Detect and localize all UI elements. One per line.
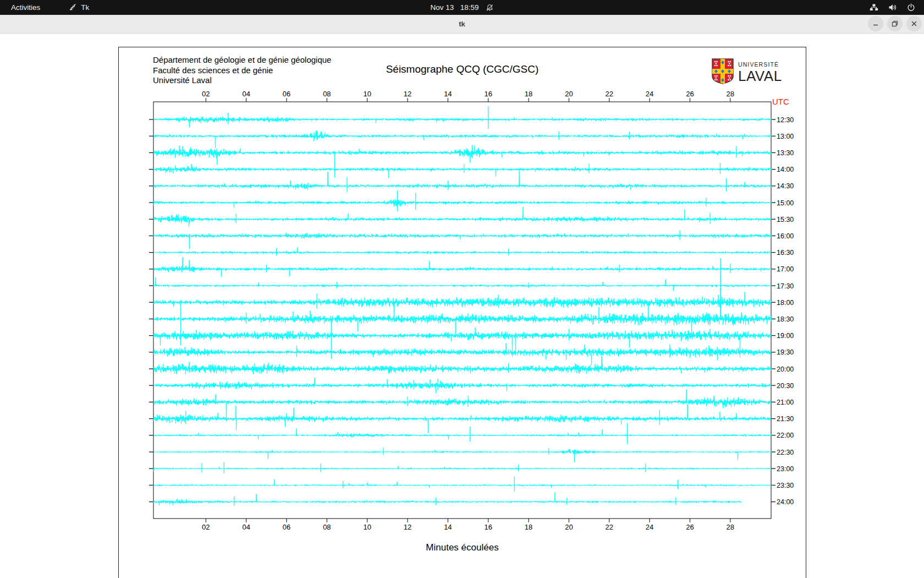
x-tick-label-top: 10 — [363, 90, 371, 98]
x-tick-label-bottom: 28 — [727, 523, 734, 531]
seismogram-plot: 0202040406060808101012121414161618182020… — [119, 47, 806, 578]
x-tick-label-top: 02 — [202, 90, 210, 98]
window-content: Département de géologie et de génie géol… — [0, 34, 924, 578]
seismograph-page: Département de géologie et de génie géol… — [118, 47, 806, 578]
row-time-label: 18:30 — [777, 315, 794, 323]
row-time-label: 15:00 — [777, 199, 794, 207]
x-tick-label-top: 18 — [525, 90, 532, 98]
plot-frame — [153, 102, 771, 519]
row-time-label: 14:00 — [777, 166, 794, 173]
trace-row — [153, 389, 772, 421]
network-icon — [870, 3, 878, 12]
x-tick-label-top: 08 — [323, 90, 331, 98]
row-time-label: 21:30 — [777, 415, 794, 423]
x-tick-label-bottom: 16 — [484, 523, 492, 531]
trace-row — [153, 449, 772, 462]
trace-row — [153, 479, 772, 488]
desktop: Activities Tk Nov 13 18:5 — [0, 0, 924, 578]
gnome-top-bar: Activities Tk Nov 13 18:5 — [0, 0, 924, 15]
x-tick-label-top: 14 — [444, 90, 452, 98]
maximize-button[interactable] — [887, 16, 903, 31]
row-time-label: 22:30 — [777, 449, 794, 456]
volume-icon — [888, 3, 897, 12]
trace-row — [153, 466, 772, 472]
row-time-label: 21:00 — [777, 399, 794, 406]
x-tick-label-top: 22 — [606, 90, 613, 98]
minimize-button[interactable] — [868, 16, 883, 31]
app-menu-label: Tk — [81, 3, 89, 12]
trace-row — [153, 258, 772, 359]
row-time-label: 19:00 — [777, 332, 794, 340]
trace-row — [153, 429, 772, 440]
x-tick-label-top: 06 — [283, 90, 290, 98]
row-time-label: 20:30 — [777, 382, 794, 390]
trace-row — [153, 130, 772, 148]
clock-date: Nov 13 — [430, 3, 454, 12]
x-tick-label-top: 20 — [565, 90, 573, 98]
trace-row — [153, 207, 772, 227]
row-time-label: 22:00 — [777, 432, 794, 439]
trace-row — [153, 200, 772, 208]
row-time-label: 19:30 — [777, 348, 794, 356]
clock-time: 18:59 — [460, 3, 479, 12]
x-tick-label-top: 24 — [646, 90, 653, 98]
x-tick-label-bottom: 12 — [404, 523, 411, 531]
row-time-label: 16:00 — [777, 232, 794, 240]
x-tick-label-top: 26 — [686, 90, 694, 98]
x-tick-label-bottom: 14 — [444, 523, 452, 531]
trace-row — [153, 343, 772, 366]
activities-button[interactable]: Activities — [4, 0, 47, 15]
system-status-area[interactable] — [870, 0, 924, 15]
trace-row — [153, 117, 772, 128]
window-title: tk — [0, 15, 924, 33]
trace-row — [153, 257, 772, 276]
row-time-label: 12:30 — [777, 116, 794, 124]
utc-axis-label: UTC — [772, 97, 789, 106]
x-tick-label-bottom: 24 — [646, 523, 653, 531]
trace-row — [153, 233, 772, 249]
x-tick-label-bottom: 22 — [606, 523, 613, 531]
x-tick-label-bottom: 10 — [363, 523, 371, 531]
trace-row — [153, 277, 772, 291]
x-tick-label-bottom: 04 — [242, 523, 250, 531]
row-time-label: 24:00 — [777, 498, 794, 506]
trace-row — [153, 378, 772, 393]
trace-row — [153, 492, 743, 505]
row-time-label: 15:30 — [777, 216, 794, 223]
trace-row — [153, 164, 772, 178]
x-tick-label-top: 16 — [484, 90, 492, 98]
row-time-label: 17:00 — [777, 265, 794, 273]
trace-row — [153, 145, 772, 178]
x-tick-label-top: 04 — [242, 90, 250, 98]
app-menu-button[interactable]: Tk — [62, 0, 96, 15]
tk-feather-icon — [69, 3, 77, 13]
trace-row — [153, 356, 772, 374]
row-time-label: 13:00 — [777, 133, 794, 140]
notifications-muted-icon — [486, 4, 494, 12]
row-time-label: 17:30 — [777, 282, 794, 290]
trace-row — [153, 171, 772, 190]
row-time-label: 23:00 — [777, 465, 794, 473]
clock-menu-button[interactable]: Nov 13 18:59 — [430, 0, 493, 15]
row-time-label: 20:00 — [777, 366, 794, 373]
trace-row — [153, 247, 772, 254]
trace-row — [153, 404, 772, 433]
x-tick-label-bottom: 06 — [283, 523, 290, 531]
row-time-label: 18:00 — [777, 299, 794, 307]
power-icon — [907, 3, 915, 12]
x-tick-label-top: 12 — [404, 90, 411, 98]
window-titlebar[interactable]: tk — [0, 15, 924, 34]
x-tick-label-bottom: 26 — [686, 523, 694, 531]
close-button[interactable] — [906, 16, 922, 31]
row-time-label: 23:30 — [777, 482, 794, 489]
x-tick-label-top: 28 — [727, 90, 734, 98]
x-tick-label-bottom: 02 — [202, 523, 210, 531]
x-axis-label: Minutes écoulées — [119, 542, 806, 553]
row-time-label: 13:30 — [777, 149, 794, 157]
row-time-label: 14:30 — [777, 182, 794, 190]
x-tick-label-bottom: 20 — [565, 523, 573, 531]
x-tick-label-bottom: 08 — [323, 523, 331, 531]
x-tick-label-bottom: 18 — [525, 523, 532, 531]
row-time-label: 16:30 — [777, 249, 794, 257]
